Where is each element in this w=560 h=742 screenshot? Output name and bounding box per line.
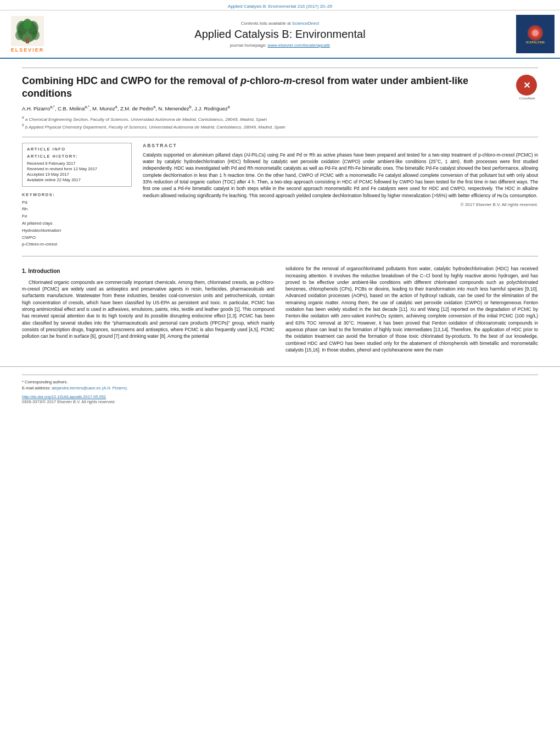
abstract-col: ABSTRACT Catalysts supported on aluminiu…	[143, 143, 538, 249]
accepted-date: Accepted 19 May 2017	[27, 172, 127, 177]
journal-main-title: Applied Catalysis B: Environmental	[55, 28, 505, 41]
journal-top-bar: Applied Catalysis B: Environmental 216 (…	[0, 0, 560, 10]
body-columns: 1. Introduction Chlorinated organic comp…	[22, 261, 538, 356]
catalysis-logo-box: ICATALYSIS	[516, 15, 555, 53]
footer-section: * Corresponding authors. E-mail address:…	[0, 366, 560, 408]
body-para-left: Chlorinated organic compounds are commer…	[22, 279, 275, 340]
keyword-5: Hydrodechlorination	[22, 227, 132, 235]
journal-title-center: Contents lists available at ScienceDirec…	[55, 21, 505, 48]
keyword-3: Fe	[22, 213, 132, 220]
article-content: Combining HDC and CWPO for the removal o…	[0, 59, 560, 362]
body-para-right: solutions for the removal of organochlor…	[285, 265, 538, 353]
sciencedirect-link[interactable]: ScienceDirect	[292, 21, 319, 26]
article-title-section: Combining HDC and CWPO for the removal o…	[22, 68, 538, 101]
svg-point-6	[15, 30, 23, 40]
body-left-col: 1. Introduction Chlorinated organic comp…	[22, 265, 275, 356]
two-col-section: ARTICLE INFO Article history: Received 8…	[22, 137, 538, 249]
svg-text:ICATALYSIS: ICATALYSIS	[526, 41, 545, 44]
keyword-4: Al pillared clays	[22, 220, 132, 227]
keyword-2: Rh	[22, 206, 132, 213]
elsevier-tree-icon	[11, 16, 44, 46]
catalysis-logo-icon: ICATALYSIS	[522, 23, 549, 45]
keyword-6: CWPO	[22, 235, 132, 242]
affiliations: a a Chemical Engineering Section, Facult…	[22, 115, 538, 130]
affiliation-b: b b Applied Physical Chemistry Departmen…	[22, 122, 538, 130]
received-date: Received 8 February 2017	[27, 161, 127, 166]
article-info-col: ARTICLE INFO Article history: Received 8…	[22, 143, 132, 249]
article-info-title: ARTICLE INFO	[27, 147, 127, 152]
keyword-7: p-Chloro-m-cresol	[22, 241, 132, 248]
journal-citation: Applied Catalysis B: Environmental 216 (…	[228, 4, 332, 9]
svg-point-4	[23, 19, 32, 30]
catalysis-logo: ICATALYSIS	[511, 15, 555, 53]
contents-lists-label: Contents lists available at ScienceDirec…	[55, 21, 505, 26]
available-date: Available online 22 May 2017	[27, 177, 127, 182]
crossmark-badge: ✕ CrossMark	[516, 75, 538, 97]
svg-point-10	[532, 30, 539, 36]
revised-date: Received in revised form 12 May 2017	[27, 166, 127, 171]
keywords-title: Keywords:	[22, 192, 132, 197]
keywords-box: Keywords: Pd Rh Fe Al pillared clays Hyd…	[22, 192, 132, 249]
article-info-box: ARTICLE INFO Article history: Received 8…	[22, 143, 132, 187]
page-wrapper: Applied Catalysis B: Environmental 216 (…	[0, 0, 560, 742]
email-link[interactable]: alejandra.herrero@uam.es (A.H. Pizarro).	[52, 386, 128, 390]
issn-line: 0926-3373/© 2017 Elsevier B.V. All right…	[22, 399, 538, 404]
abstract-text: Catalysts supported on aluminium pillare…	[143, 152, 538, 199]
body-right-col: solutions for the removal of organochlor…	[285, 265, 538, 356]
abstract-title: ABSTRACT	[143, 143, 538, 148]
journal-header: ELSEVIER Contents lists available at Sci…	[0, 10, 560, 59]
keyword-1: Pd	[22, 199, 132, 207]
crossmark-icon: ✕	[516, 75, 537, 96]
section-1-heading: 1. Introduction	[22, 267, 275, 276]
svg-rect-5	[26, 38, 29, 43]
history-title: Article history:	[27, 154, 127, 159]
corresponding-authors-note: * Corresponding authors.	[22, 380, 538, 384]
svg-point-7	[32, 30, 40, 40]
homepage-link[interactable]: www.elsevier.com/locate/apcatb	[268, 43, 330, 48]
email-line: E-mail address: alejandra.herrero@uam.es…	[22, 386, 538, 390]
footer-divider	[22, 375, 538, 375]
authors-line: A.H. Pizarroa,*, C.B. Molinaa,*, M. Muno…	[22, 105, 538, 111]
elsevier-brand-text: ELSEVIER	[11, 47, 44, 53]
article-title: Combining HDC and CWPO for the removal o…	[22, 75, 507, 101]
journal-homepage: journal homepage: www.elsevier.com/locat…	[55, 43, 505, 48]
elsevier-logo: ELSEVIER	[5, 16, 49, 53]
body-divider	[22, 256, 538, 256]
affiliation-a: a a Chemical Engineering Section, Facult…	[22, 115, 538, 122]
doi-link[interactable]: http://dx.doi.org/10.1016/j.apcatb.2017.…	[22, 394, 106, 399]
copyright-line: © 2017 Elsevier B.V. All rights reserved…	[143, 202, 538, 207]
